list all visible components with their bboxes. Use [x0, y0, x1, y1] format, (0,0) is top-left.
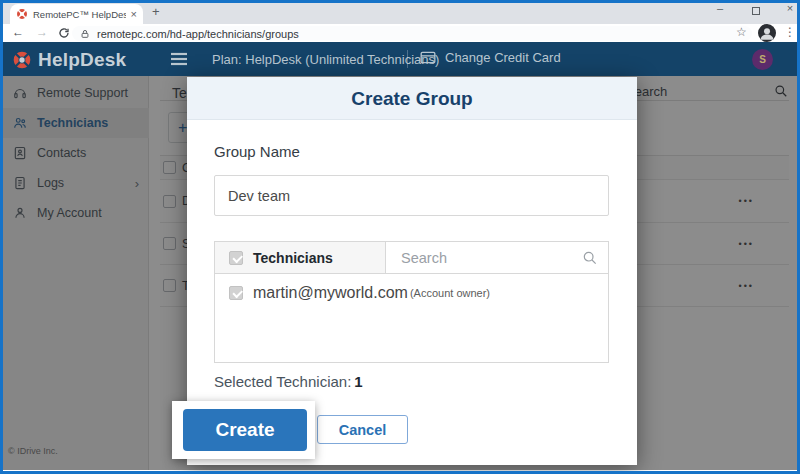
helpdesk-favicon-icon — [16, 8, 28, 20]
create-button-highlight: Create — [172, 401, 315, 459]
credit-card-icon — [420, 51, 436, 64]
technicians-header-label: Technicians — [253, 250, 333, 266]
user-avatar[interactable]: S — [752, 49, 773, 70]
browser-profile-avatar[interactable] — [758, 24, 776, 42]
window-minimize-button[interactable]: – — [712, 2, 728, 14]
url-bar[interactable]: remotepc.com/hd-app/technicians/groups — [72, 26, 752, 41]
change-credit-card-label: Change Credit Card — [445, 50, 561, 65]
forward-icon[interactable]: → — [36, 25, 48, 39]
change-credit-card-button[interactable]: Change Credit Card — [420, 50, 561, 65]
technician-checkbox[interactable] — [229, 286, 243, 300]
technicians-panel: Technicians martin@myworld.com(Account o… — [214, 241, 609, 363]
browser-tabstrip: RemotePC™ HelpDesk - Groups × + – × — [0, 0, 800, 24]
technicians-select-all-checkbox[interactable] — [229, 251, 243, 265]
browser-tab[interactable]: RemotePC™ HelpDesk - Groups × — [10, 4, 143, 24]
lock-icon — [80, 29, 90, 39]
create-button[interactable]: Create — [183, 409, 307, 451]
helpdesk-logo: HelpDesk — [12, 49, 126, 71]
browser-menu-icon[interactable]: ⋮ — [784, 25, 796, 39]
app-header: HelpDesk Plan: HelpDesk (Unlimited Techn… — [0, 42, 800, 76]
app-window: RemotePC™ HelpDesk - Groups × + – × ← → … — [0, 0, 800, 474]
selected-technician-label: Selected Technician: — [214, 373, 351, 390]
technicians-panel-header: Technicians — [215, 242, 608, 274]
selected-technician-line: Selected Technician:1 — [214, 373, 363, 390]
group-name-label: Group Name — [214, 143, 300, 160]
search-icon — [582, 250, 598, 266]
back-icon[interactable]: ← — [12, 25, 24, 39]
new-tab-button[interactable]: + — [152, 4, 160, 19]
app-name: HelpDesk — [38, 49, 126, 71]
technician-email: martin@myworld.com — [253, 284, 408, 302]
tab-title: RemotePC™ HelpDesk - Groups — [33, 9, 126, 20]
hamburger-menu-icon[interactable] — [170, 52, 188, 66]
technician-owner-label: (Account owner) — [410, 287, 490, 299]
header-divider — [407, 50, 408, 68]
lifebuoy-logo-icon — [12, 50, 32, 70]
modal-title: Create Group — [187, 77, 637, 120]
technicians-header-cell: Technicians — [215, 242, 386, 273]
url-text: remotepc.com/hd-app/technicians/groups — [97, 28, 299, 40]
plan-label: Plan: HelpDesk (Unlimited Technicians) — [212, 52, 439, 67]
window-close-button[interactable]: × — [782, 2, 798, 14]
reload-icon[interactable] — [58, 27, 70, 39]
technician-list-item[interactable]: martin@myworld.com(Account owner) — [229, 284, 490, 302]
tab-close-icon[interactable]: × — [131, 8, 137, 20]
window-restore-button[interactable] — [752, 7, 760, 15]
group-name-input[interactable] — [214, 175, 609, 216]
technician-search-input[interactable] — [387, 242, 573, 273]
person-silhouette-icon — [758, 24, 776, 42]
cancel-button[interactable]: Cancel — [317, 415, 408, 444]
bookmark-star-icon[interactable]: ☆ — [736, 25, 747, 39]
selected-technician-count: 1 — [351, 373, 362, 390]
